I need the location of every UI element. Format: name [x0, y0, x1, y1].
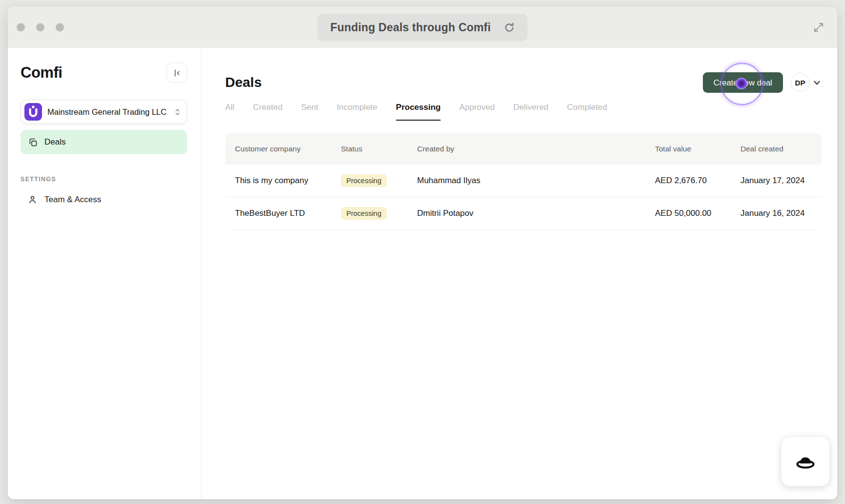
close-window-button[interactable]	[17, 23, 25, 32]
status-badge: Processing	[341, 174, 387, 187]
status-badge: Processing	[341, 207, 387, 220]
sidebar: Comfi Mainstream General Trading LLC	[8, 48, 201, 499]
company-name: Mainstream General Trading LLC	[47, 107, 169, 117]
sidebar-header: Comfi	[21, 63, 187, 83]
deals-icon	[28, 137, 38, 147]
company-selector[interactable]: Mainstream General Trading LLC	[21, 100, 187, 124]
sidebar-item-deals[interactable]: Deals	[21, 130, 187, 154]
avatar[interactable]: DP	[791, 73, 809, 92]
settings-section-heading: SETTINGS	[21, 176, 187, 183]
window-controls	[17, 23, 64, 32]
cell-created-by: Muhammad Ilyas	[417, 176, 655, 186]
page-title: Deals	[225, 75, 262, 90]
cell-created-by: Dmitrii Potapov	[417, 209, 655, 218]
company-logo-icon	[24, 103, 42, 121]
team-icon	[27, 194, 38, 205]
tab-all[interactable]: All	[225, 103, 234, 121]
tab-completed[interactable]: Completed	[567, 103, 607, 121]
tab-created[interactable]: Created	[253, 103, 282, 121]
sidebar-item-label: Deals	[44, 137, 65, 147]
comfi-logo: Comfi	[21, 64, 62, 82]
chat-launcher-button[interactable]	[781, 437, 830, 486]
address-bar[interactable]: Funding Deals through Comfi	[317, 14, 528, 41]
zoom-window-button[interactable]	[56, 23, 64, 32]
window-titlebar: Funding Deals through Comfi	[8, 7, 837, 48]
window-title: Funding Deals through Comfi	[330, 21, 491, 34]
tab-incomplete[interactable]: Incomplete	[337, 103, 377, 121]
user-menu[interactable]: DP	[791, 73, 822, 92]
minimize-window-button[interactable]	[36, 23, 44, 32]
cell-total-value: AED 2,676.70	[655, 176, 740, 186]
tab-approved[interactable]: Approved	[459, 103, 495, 121]
fullscreen-icon[interactable]	[812, 21, 825, 34]
column-header-status: Status	[341, 145, 417, 153]
table-row[interactable]: This is my company Processing Muhammad I…	[225, 165, 822, 197]
cell-total-value: AED 50,000.00	[655, 209, 740, 218]
column-header-deal-created: Deal created	[740, 145, 812, 153]
deals-table: Customer company Status Created by Total…	[225, 133, 822, 230]
cell-deal-created: January 16, 2024	[740, 209, 812, 218]
tab-processing[interactable]: Processing	[396, 103, 441, 121]
table-header-row: Customer company Status Created by Total…	[225, 133, 822, 165]
deals-tabs: All Created Sent Incomplete Processing A…	[225, 103, 822, 121]
app-body: Comfi Mainstream General Trading LLC	[8, 48, 837, 499]
chat-hat-icon	[794, 450, 817, 473]
cell-deal-created: January 17, 2024	[740, 176, 812, 186]
chevron-down-icon[interactable]	[812, 78, 822, 87]
header-actions: Create new deal DP	[703, 72, 822, 93]
table-row[interactable]: TheBestBuyer LTD Processing Dmitrii Pota…	[225, 197, 822, 230]
collapse-sidebar-icon	[172, 68, 182, 78]
main-header: Deals Create new deal DP	[225, 72, 822, 93]
collapse-sidebar-button[interactable]	[167, 63, 187, 83]
main-content: Deals Create new deal DP All Creat	[201, 48, 837, 499]
tab-sent[interactable]: Sent	[301, 103, 318, 121]
selector-icon	[174, 107, 181, 117]
column-header-created-by: Created by	[417, 145, 655, 153]
cell-customer-company: TheBestBuyer LTD	[235, 209, 341, 218]
create-new-deal-button[interactable]: Create new deal	[703, 72, 783, 93]
column-header-total-value: Total value	[655, 145, 740, 153]
tab-delivered[interactable]: Delivered	[513, 103, 549, 121]
column-header-customer-company: Customer company	[235, 145, 341, 153]
refresh-icon[interactable]	[504, 22, 515, 33]
sidebar-item-label: Team & Access	[44, 195, 101, 205]
cell-customer-company: This is my company	[235, 176, 341, 186]
sidebar-item-team-access[interactable]: Team & Access	[21, 194, 187, 205]
app-window: Funding Deals through Comfi Comfi	[8, 7, 837, 499]
